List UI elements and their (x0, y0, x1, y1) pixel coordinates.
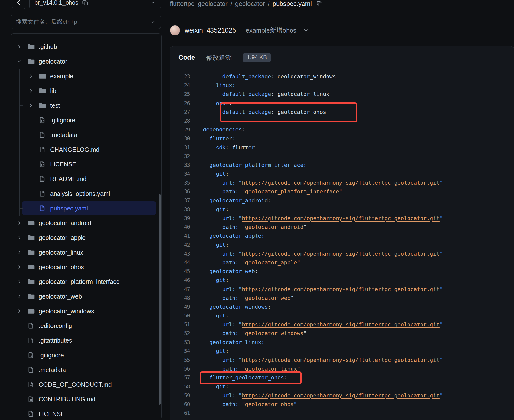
line-number[interactable]: 46 (170, 276, 190, 285)
tree-item-readme-md[interactable]: README.md (11, 172, 161, 186)
code-url-link[interactable]: https://gitcode.com/openharmony-sig/flut… (242, 392, 440, 398)
line-number[interactable]: 40 (170, 223, 190, 232)
line-number[interactable]: 39 (170, 214, 190, 223)
line-number[interactable]: 56 (170, 364, 190, 373)
tree-item-metadata[interactable]: .metadata (11, 362, 161, 377)
line-number[interactable]: 28 (170, 117, 190, 125)
code-url-link[interactable]: https://gitcode.com/openharmony-sig/flut… (242, 251, 440, 257)
line-number[interactable]: 27 (170, 108, 190, 117)
code-url-link[interactable]: https://gitcode.com/openharmony-sig/flut… (242, 357, 440, 363)
tab-code[interactable]: Code (178, 54, 195, 61)
line-number[interactable]: 30 (170, 134, 190, 143)
line-number[interactable]: 32 (170, 152, 190, 161)
tree-item-gitattributes[interactable]: .gitattributes (11, 333, 161, 348)
breadcrumb-repo[interactable]: fluttertpc_geolocator (170, 0, 228, 8)
code-url-link[interactable]: https://gitcode.com/openharmony-sig/flut… (242, 180, 440, 186)
tree-item-geolocator[interactable]: geolocator (11, 54, 161, 69)
chevron-right-icon[interactable] (17, 308, 27, 314)
line-number[interactable]: 25 (170, 90, 190, 99)
line-number[interactable]: 26 (170, 99, 190, 108)
copy-path-icon[interactable] (317, 1, 323, 7)
tree-item-analysis-options-yaml[interactable]: analysis_options.yaml (11, 186, 161, 201)
line-number[interactable]: 42 (170, 241, 190, 249)
tree-item-editorconfig[interactable]: .editorconfig (11, 318, 161, 333)
file-search[interactable] (11, 15, 161, 29)
chevron-right-icon[interactable] (28, 73, 39, 79)
tree-item-example[interactable]: example (11, 69, 161, 83)
tree-item-license[interactable]: LICENSE (11, 407, 161, 420)
tree-item-pubspec-yaml[interactable]: pubspec.yaml (11, 201, 161, 216)
tree-item-gitignore[interactable]: .gitignore (11, 348, 161, 362)
tree-item-github[interactable]: .github (11, 39, 161, 54)
line-number[interactable]: 61 (170, 409, 190, 418)
line-number[interactable]: 36 (170, 187, 190, 196)
line-number[interactable]: 45 (170, 267, 190, 276)
sidebar-scrollbar-thumb[interactable] (159, 194, 161, 405)
line-number[interactable]: 54 (170, 347, 190, 356)
back-button[interactable] (12, 0, 25, 9)
code-url-link[interactable]: https://gitcode.com/openharmony-sig/flut… (242, 286, 440, 292)
tree-item-code-of-conduct-md[interactable]: CODE_OF_CONDUCT.md (11, 377, 161, 392)
line-number[interactable]: 52 (170, 329, 190, 338)
chevron-down-icon[interactable] (303, 28, 309, 33)
line-number[interactable]: 49 (170, 303, 190, 311)
chevron-right-icon[interactable] (28, 88, 39, 93)
chevron-right-icon[interactable] (17, 279, 27, 284)
branch-selector[interactable]: br_v14.0.1_ohos (29, 0, 161, 9)
line-number[interactable]: 31 (170, 143, 190, 152)
line-number[interactable]: 43 (170, 249, 190, 258)
line-number[interactable]: 34 (170, 170, 190, 178)
copy-icon[interactable] (82, 0, 88, 6)
line-number[interactable]: 55 (170, 356, 190, 364)
chevron-right-icon[interactable] (17, 264, 27, 270)
avatar[interactable] (170, 25, 180, 35)
line-number[interactable]: 33 (170, 161, 190, 170)
tab-blame[interactable]: 修改追溯 (206, 53, 232, 62)
line-number[interactable]: 24 (170, 81, 190, 90)
tree-item-contributing-md[interactable]: CONTRIBUTING.md (11, 392, 161, 407)
tree-item-metadata[interactable]: .metadata (11, 128, 161, 142)
line-number[interactable]: 53 (170, 338, 190, 347)
line-number[interactable]: 47 (170, 285, 190, 294)
line-number[interactable]: 23 (170, 72, 190, 81)
tree-item-test[interactable]: test (11, 98, 161, 113)
line-number[interactable]: 51 (170, 320, 190, 329)
line-number[interactable]: 38 (170, 205, 190, 214)
chevron-right-icon[interactable] (28, 103, 39, 108)
code-url-link[interactable]: https://gitcode.com/openharmony-sig/flut… (242, 215, 440, 221)
tree-item-geolocator-windows[interactable]: geolocator_windows (11, 304, 161, 318)
tree-item-gitignore[interactable]: .gitignore (11, 113, 161, 128)
line-number[interactable]: 37 (170, 196, 190, 205)
line-number[interactable]: 29 (170, 125, 190, 134)
line-number[interactable]: 62 (170, 418, 190, 420)
tree-item-geolocator-ohos[interactable]: geolocator_ohos (11, 260, 161, 274)
file-search-input[interactable] (16, 18, 147, 25)
line-number[interactable]: 57 (170, 373, 190, 382)
chevron-down-icon[interactable] (17, 59, 27, 64)
breadcrumb-folder[interactable]: geolocator (235, 0, 265, 8)
chevron-right-icon[interactable] (17, 235, 27, 240)
line-number[interactable]: 35 (170, 178, 190, 187)
chevron-right-icon[interactable] (17, 294, 27, 299)
line-number[interactable]: 50 (170, 311, 190, 320)
tree-item-changelog-md[interactable]: CHANGELOG.md (11, 142, 161, 157)
commit-message[interactable]: example新增ohos (246, 26, 296, 35)
line-number[interactable]: 60 (170, 400, 190, 409)
tree-item-license[interactable]: LICENSE (11, 157, 161, 172)
line-number[interactable]: 58 (170, 382, 190, 391)
line-number[interactable]: 59 (170, 391, 190, 400)
tree-item-geolocator-linux[interactable]: geolocator_linux (11, 245, 161, 260)
chevron-right-icon[interactable] (17, 250, 27, 255)
chevron-right-icon[interactable] (17, 44, 27, 49)
commit-author[interactable]: weixin_43521025 (185, 27, 236, 34)
line-number[interactable]: 44 (170, 258, 190, 267)
tree-item-geolocator-web[interactable]: geolocator_web (11, 289, 161, 304)
tree-item-geolocator-platform-interface[interactable]: geolocator_platform_interface (11, 274, 161, 289)
tree-item-geolocator-android[interactable]: geolocator_android (11, 216, 161, 230)
code-url-link[interactable]: https://gitcode.com/openharmony-sig/flut… (242, 321, 440, 327)
line-number[interactable]: 41 (170, 232, 190, 240)
tree-item-geolocator-apple[interactable]: geolocator_apple (11, 230, 161, 245)
line-number[interactable]: 48 (170, 294, 190, 303)
chevron-right-icon[interactable] (17, 220, 27, 226)
tree-item-lib[interactable]: lib (11, 83, 161, 98)
